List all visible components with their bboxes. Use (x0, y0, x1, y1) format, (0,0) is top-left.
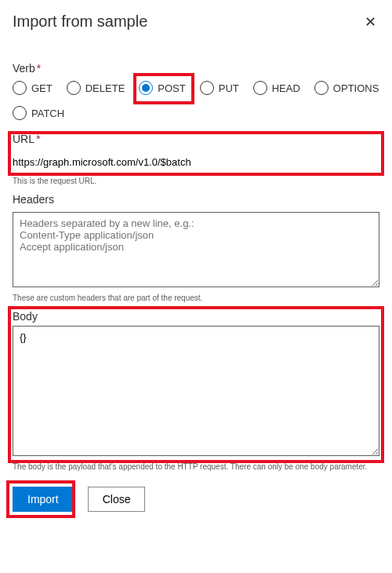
radio-icon (13, 106, 27, 120)
verb-radio-group: GET DELETE POST PUT HEAD OPTIONS PATCH (13, 81, 379, 120)
headers-textarea[interactable] (13, 212, 379, 287)
headers-label: Headers (13, 193, 379, 206)
verb-option-label: DELETE (85, 82, 125, 94)
required-asterisk: * (36, 133, 40, 145)
verb-option-label: PATCH (31, 108, 64, 119)
verb-option-patch[interactable]: PATCH (13, 106, 64, 120)
verb-option-label: OPTIONS (333, 82, 379, 94)
verb-option-label: PUT (219, 82, 239, 94)
verb-option-delete[interactable]: DELETE (67, 81, 125, 95)
radio-icon (253, 81, 267, 95)
url-section: URL* (13, 133, 379, 173)
url-input[interactable] (13, 151, 379, 173)
body-helper: The body is the payload that's appended … (13, 462, 379, 471)
close-button[interactable]: Close (88, 487, 146, 512)
headers-helper: These are custom headers that are part o… (13, 294, 379, 302)
body-section: Body (13, 310, 379, 459)
verb-option-head[interactable]: HEAD (253, 81, 300, 95)
verb-label: Verb* (13, 62, 379, 75)
body-textarea[interactable] (13, 326, 379, 456)
required-asterisk: * (37, 62, 41, 75)
radio-icon (67, 81, 81, 95)
verb-option-get[interactable]: GET (13, 81, 53, 95)
verb-option-label: GET (31, 82, 53, 94)
verb-option-put[interactable]: PUT (200, 81, 239, 95)
radio-icon (13, 81, 27, 95)
import-button[interactable]: Import (13, 487, 74, 512)
verb-option-options[interactable]: OPTIONS (314, 81, 379, 95)
radio-dot-icon (142, 84, 150, 92)
dialog-title: Import from sample (13, 13, 147, 31)
button-row: Import Close (13, 487, 379, 512)
dialog-header: Import from sample ✕ (13, 13, 379, 31)
url-label: URL* (13, 133, 379, 145)
verb-label-text: Verb (13, 62, 35, 75)
close-icon[interactable]: ✕ (361, 15, 379, 29)
url-label-text: URL (13, 133, 34, 145)
body-label: Body (13, 310, 379, 323)
radio-icon (200, 81, 214, 95)
verb-option-label: HEAD (272, 82, 300, 94)
radio-icon (139, 81, 153, 95)
verb-option-post[interactable]: POST (139, 81, 185, 95)
radio-icon (314, 81, 328, 95)
verb-option-label: POST (158, 82, 185, 94)
url-helper: This is the request URL. (13, 177, 379, 185)
